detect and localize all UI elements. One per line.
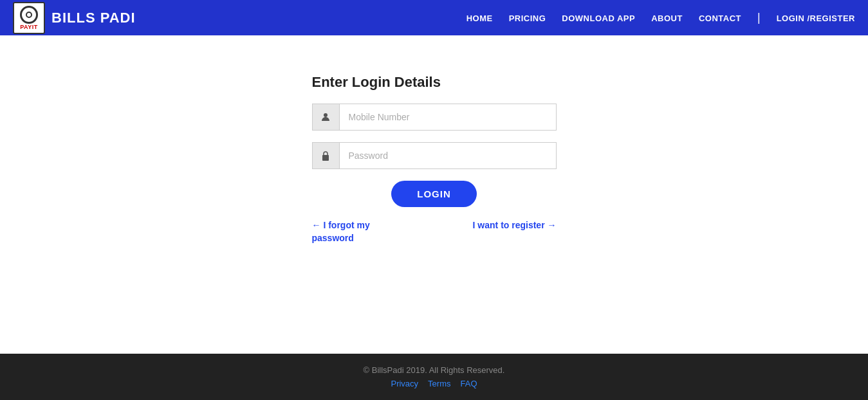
login-container: Enter Login Details LOGIN (312, 74, 557, 243)
password-input[interactable] (340, 143, 556, 168)
nav-link-contact[interactable]: CONTACT (699, 14, 741, 23)
nav-item-pricing[interactable]: PRICING (509, 12, 546, 24)
logo-text: PAYIT (20, 24, 38, 30)
footer-link-faq[interactable]: FAQ (461, 379, 477, 388)
links-row: ← I forgot my password I want to registe… (312, 220, 557, 243)
svg-rect-1 (322, 155, 329, 161)
logo-inner (26, 12, 32, 18)
nav-item-about[interactable]: ABOUT (651, 12, 683, 24)
nav-link-download[interactable]: DOWNLOAD APP (562, 14, 635, 23)
main-content: Enter Login Details LOGIN (0, 35, 868, 354)
lock-icon (313, 143, 340, 168)
nav-link-pricing[interactable]: PRICING (509, 14, 546, 23)
nav-item-login-register[interactable]: LOGIN /REGISTER (777, 12, 855, 24)
login-title: Enter Login Details (312, 74, 557, 91)
forgot-line2-text: password (312, 233, 354, 243)
forgot-password-link[interactable]: ← I forgot my password (312, 220, 370, 243)
footer: © BillsPadi 2019. All Rights Reserved. P… (0, 354, 868, 400)
brand-name: BILLS PADI (51, 10, 136, 26)
footer-link-terms[interactable]: Terms (428, 379, 450, 388)
person-icon (313, 104, 340, 130)
navbar: PAYIT BILLS PADI HOME PRICING DOWNLOAD A… (0, 0, 868, 35)
nav-link-about[interactable]: ABOUT (651, 14, 683, 23)
nav-item-contact[interactable]: CONTACT (699, 12, 741, 24)
password-input-group (312, 142, 557, 169)
mobile-input-group (312, 104, 557, 131)
nav-links: HOME PRICING DOWNLOAD APP ABOUT CONTACT … (466, 11, 855, 24)
logo-box: PAYIT (13, 2, 45, 34)
svg-point-0 (324, 113, 328, 117)
login-btn-wrap: LOGIN (312, 181, 557, 207)
mobile-input[interactable] (340, 104, 556, 130)
footer-links: Privacy Terms FAQ (13, 379, 855, 388)
login-button[interactable]: LOGIN (391, 181, 477, 207)
nav-link-home[interactable]: HOME (466, 14, 493, 23)
footer-link-privacy[interactable]: Privacy (391, 379, 418, 388)
brand: PAYIT BILLS PADI (13, 2, 136, 34)
register-link[interactable]: I want to register → (473, 220, 557, 230)
footer-copyright: © BillsPadi 2019. All Rights Reserved. (13, 365, 855, 375)
nav-separator: | (757, 11, 761, 24)
nav-item-home[interactable]: HOME (466, 12, 493, 24)
nav-item-download[interactable]: DOWNLOAD APP (562, 12, 635, 24)
forgot-line1-text: ← I forgot my (312, 220, 370, 230)
logo-circle (20, 6, 38, 24)
nav-link-login-register[interactable]: LOGIN /REGISTER (777, 14, 855, 23)
